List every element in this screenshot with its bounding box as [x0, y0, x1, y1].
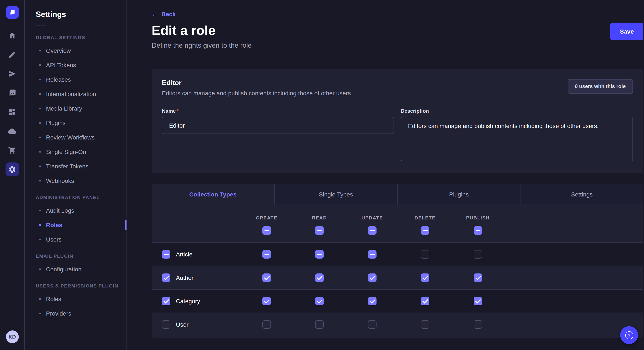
bullet-icon: [39, 166, 41, 167]
permission-checkbox[interactable]: [262, 250, 271, 259]
permission-checkbox[interactable]: [262, 273, 271, 282]
main-content: ← Back Edit a role Define the rights giv…: [127, 0, 644, 350]
permission-checkbox[interactable]: [421, 297, 429, 305]
sidebar-item-media-library[interactable]: Media Library: [25, 101, 126, 116]
sidebar-item-webhooks[interactable]: Webhooks: [25, 174, 126, 188]
strapi-logo[interactable]: [6, 6, 18, 19]
permission-checkbox[interactable]: [315, 273, 324, 282]
row-select-checkbox[interactable]: [162, 273, 170, 282]
permission-checkbox[interactable]: [315, 297, 324, 305]
row-select-checkbox[interactable]: [162, 297, 170, 305]
sidebar-item-label: Roles: [46, 296, 61, 302]
permission-checkbox[interactable]: [262, 297, 271, 305]
row-label: Author: [176, 274, 194, 281]
sidebar-item-label: Audit Logs: [46, 207, 74, 214]
permission-checkbox[interactable]: [474, 273, 482, 282]
sidebar-item-label: Releases: [46, 76, 71, 83]
permissions-table: CREATE READ UPDATE DELETE PUBLISH: [152, 205, 643, 338]
description-field-label: Description: [401, 108, 429, 114]
select-all-publish-checkbox[interactable]: [474, 226, 482, 235]
tab-plugins[interactable]: Plugins: [397, 184, 520, 204]
avatar[interactable]: KD: [6, 331, 18, 343]
sidebar-item-review-workflows[interactable]: Review Workflows: [25, 130, 126, 145]
bullet-icon: [39, 137, 41, 138]
bullet-icon: [39, 64, 41, 66]
sidebar-item-overview[interactable]: Overview: [25, 43, 126, 58]
role-description-text: Editors can manage and publish contents …: [162, 90, 352, 97]
content-manager-icon[interactable]: [5, 48, 19, 61]
permissions-card: Collection Types Single Types Plugins Se…: [152, 184, 643, 338]
sidebar-item-releases[interactable]: Releases: [25, 72, 126, 87]
section-label-email-plugin: Email plugin: [25, 247, 126, 262]
select-all-create-checkbox[interactable]: [262, 226, 271, 235]
name-field[interactable]: [162, 117, 394, 134]
sidebar-item-label: Providers: [46, 310, 71, 317]
permission-checkbox[interactable]: [315, 250, 324, 259]
column-header-delete: DELETE: [399, 215, 452, 220]
permission-checkbox[interactable]: [421, 250, 429, 259]
select-all-delete-checkbox[interactable]: [421, 226, 429, 235]
sidebar-item-label: Internationalization: [46, 91, 96, 97]
marketplace-cart-icon[interactable]: [5, 143, 19, 157]
permission-checkbox[interactable]: [315, 320, 324, 329]
home-icon[interactable]: [5, 28, 19, 42]
sidebar-title: Settings: [36, 10, 126, 19]
sidebar-item-roles-admin[interactable]: Roles: [25, 218, 126, 232]
sidebar-item-audit-logs[interactable]: Audit Logs: [25, 203, 126, 218]
row-select-checkbox[interactable]: [162, 250, 170, 259]
bullet-icon: [39, 224, 41, 226]
row-select-checkbox[interactable]: [162, 320, 170, 329]
tab-settings[interactable]: Settings: [520, 184, 643, 204]
permission-checkbox[interactable]: [368, 273, 376, 282]
permission-checkbox[interactable]: [368, 250, 376, 259]
permission-row-user: User: [152, 313, 643, 336]
section-label-global-settings: Global settings: [25, 28, 126, 43]
sidebar-item-internationalization[interactable]: Internationalization: [25, 87, 126, 101]
content-type-builder-icon[interactable]: [5, 105, 19, 119]
sidebar-item-plugins[interactable]: Plugins: [25, 116, 126, 130]
media-library-icon[interactable]: [5, 86, 19, 100]
row-label: Article: [176, 251, 192, 258]
sidebar-item-configuration[interactable]: Configuration: [25, 262, 126, 276]
select-all-read-checkbox[interactable]: [315, 226, 324, 235]
sidebar-item-users[interactable]: Users: [25, 232, 126, 247]
permission-checkbox[interactable]: [421, 320, 429, 329]
page-subtitle: Define the rights given to the role: [152, 42, 252, 49]
sidebar-item-single-sign-on[interactable]: Single Sign-On: [25, 145, 126, 159]
back-link[interactable]: ← Back: [152, 10, 176, 17]
page-title: Edit a role: [152, 23, 252, 38]
settings-gear-icon[interactable]: [5, 163, 19, 176]
required-asterisk: *: [176, 108, 178, 114]
permission-row-author: Author: [152, 266, 643, 289]
save-button[interactable]: Save: [610, 23, 643, 40]
sidebar-item-providers[interactable]: Providers: [25, 306, 126, 321]
sidebar-item-api-tokens[interactable]: API Tokens: [25, 58, 126, 72]
bullet-icon: [39, 122, 41, 124]
select-all-update-checkbox[interactable]: [368, 226, 376, 235]
releases-icon[interactable]: [5, 67, 19, 80]
permission-checkbox[interactable]: [474, 297, 482, 305]
permission-checkbox[interactable]: [368, 297, 376, 305]
row-label: User: [176, 321, 188, 328]
users-count-badge[interactable]: 0 users with this role: [568, 79, 633, 94]
deploy-cloud-icon[interactable]: [5, 124, 19, 138]
back-label: Back: [162, 10, 176, 17]
permission-row-category: Category: [152, 289, 643, 313]
permission-checkbox[interactable]: [474, 320, 482, 329]
role-name-heading: Editor: [162, 79, 352, 87]
tab-collection-types[interactable]: Collection Types: [152, 184, 274, 204]
sidebar-item-label: Overview: [46, 47, 71, 54]
permission-checkbox[interactable]: [262, 320, 271, 329]
description-field[interactable]: Editors can manage and publish contents …: [401, 117, 633, 161]
permission-checkbox[interactable]: [421, 273, 429, 282]
permission-row-article: Article: [152, 242, 643, 266]
permission-checkbox[interactable]: [474, 250, 482, 259]
sidebar-item-transfer-tokens[interactable]: Transfer Tokens: [25, 159, 126, 174]
permission-checkbox[interactable]: [368, 320, 376, 329]
bullet-icon: [39, 298, 41, 300]
tab-single-types[interactable]: Single Types: [274, 184, 398, 204]
sidebar-item-label: Plugins: [46, 120, 66, 126]
help-button[interactable]: ?: [620, 326, 638, 344]
bullet-icon: [39, 313, 41, 314]
sidebar-item-roles-up[interactable]: Roles: [25, 292, 126, 306]
